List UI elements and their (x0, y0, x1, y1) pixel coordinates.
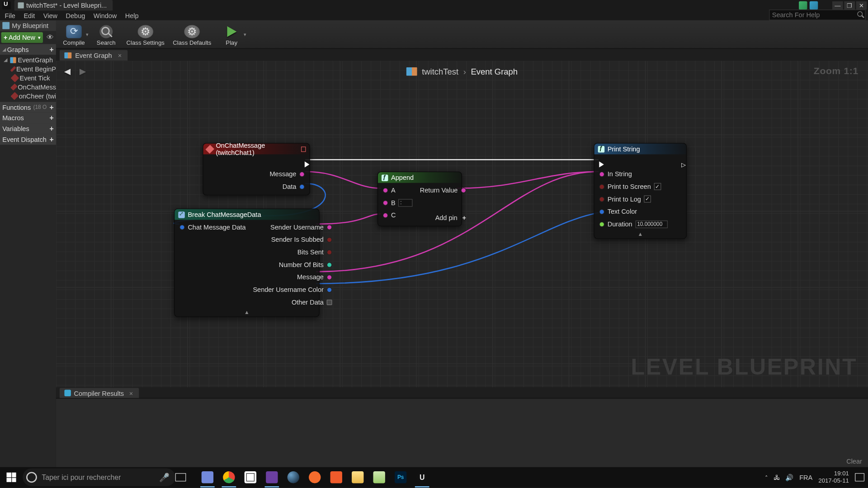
menu-help[interactable]: Help (125, 12, 139, 19)
taskbar-app-visualstudio[interactable] (261, 467, 283, 488)
node-append[interactable]: Append A B C Return Value Add pin+ (377, 172, 462, 226)
close-icon[interactable]: × (129, 389, 133, 397)
clear-button[interactable]: Clear (846, 458, 862, 465)
section-variables[interactable]: Variables + (0, 123, 56, 134)
collapse-node-button[interactable]: ▲ (594, 231, 686, 239)
graph-tab-eventgraph[interactable]: Event Graph × (60, 50, 128, 61)
pin-bits-sent[interactable]: Bits Sent (253, 247, 332, 257)
taskbar-app-photoshop[interactable]: Ps (390, 467, 411, 488)
taskbar-app-notepad[interactable] (368, 467, 390, 488)
graph-item[interactable]: OnChatMess (1, 82, 56, 91)
taskbar-app-chrome[interactable] (218, 467, 240, 488)
pin-a[interactable]: A (383, 185, 413, 195)
task-view-button[interactable] (175, 473, 194, 481)
pin-return-value[interactable]: Return Value (420, 185, 466, 195)
section-dispatchers[interactable]: Event Dispatch + (0, 134, 56, 145)
help-search-input[interactable] (769, 11, 857, 19)
taskbar-search[interactable]: Taper ici pour rechercher 🎤 (23, 468, 175, 486)
graph-item[interactable]: Event Tick (1, 73, 56, 82)
pin-sender-username-color[interactable]: Sender Username Color (253, 285, 332, 294)
add-graph-button[interactable]: + (49, 45, 53, 53)
class-settings-button[interactable]: Class Settings (123, 21, 168, 47)
taskbar-app-steam[interactable] (283, 467, 304, 488)
graph-item[interactable]: Event BeginP (1, 64, 56, 73)
tray-network-icon[interactable]: 🖧 (774, 474, 780, 481)
start-button[interactable] (0, 467, 23, 488)
graph-canvas[interactable]: ◄ ► twitchTest › Event Graph Zoom 1:1 LE… (56, 61, 868, 388)
add-new-button[interactable]: + Add New ▾ (1, 32, 43, 43)
pin-chat-message-data[interactable]: Chat Message Data (179, 222, 246, 232)
add-macro-button[interactable]: + (49, 114, 53, 122)
pin-text-color[interactable]: Text Color (599, 207, 667, 216)
window-tab[interactable]: twitchTest* - Level Bluepri... (14, 0, 113, 11)
menu-file[interactable]: File (5, 12, 15, 19)
pin-data[interactable]: Data (270, 182, 305, 191)
window-close-button[interactable]: ✕ (856, 1, 867, 9)
tray-language[interactable]: FRA (799, 474, 812, 481)
source-control-icon[interactable] (799, 1, 807, 9)
exec-out-pin[interactable] (270, 157, 305, 166)
window-restore-button[interactable]: ❐ (844, 1, 855, 9)
pin-print-to-log[interactable]: Print to Log✓ (599, 194, 667, 204)
pin-sender-username[interactable]: Sender Username (253, 222, 332, 232)
breadcrumb-root[interactable]: twitchTest (422, 67, 458, 76)
tray-volume-icon[interactable]: 🔊 (785, 474, 793, 481)
pin-message[interactable]: Message (270, 169, 305, 179)
add-pin-button[interactable]: Add pin+ (420, 213, 466, 222)
exec-in-pin[interactable] (599, 157, 667, 166)
menu-debug[interactable]: Debug (66, 12, 85, 19)
taskbar-app-anydesk[interactable] (326, 467, 347, 488)
nav-back-button[interactable]: ◄ (62, 66, 73, 78)
graph-root[interactable]: ◢ EventGraph (1, 56, 56, 65)
class-defaults-button[interactable]: Class Defaults (169, 21, 215, 47)
play-button[interactable]: Play ▾ (216, 21, 247, 47)
node-print-string[interactable]: Print String In String Print to Screen✓ … (594, 143, 687, 239)
tray-clock[interactable]: 19:01 2017-05-11 (818, 470, 849, 484)
graph-item[interactable]: onCheer (twi (1, 91, 56, 100)
taskbar-app-origin[interactable] (304, 467, 326, 488)
pin-duration[interactable]: Duration (599, 219, 667, 229)
menu-edit[interactable]: Edit (24, 12, 35, 19)
pin-sender-is-subbed[interactable]: Sender Is Subbed (253, 235, 332, 244)
pin-number-of-bits[interactable]: Number Of Bits (253, 260, 332, 269)
search-button[interactable]: Search (90, 21, 122, 47)
section-graphs[interactable]: ◢ Graphs + (0, 44, 56, 55)
view-options-button[interactable]: 👁 (45, 33, 55, 42)
add-function-button[interactable]: + (49, 103, 53, 111)
add-variable-button[interactable]: + (49, 125, 53, 133)
action-center-icon[interactable] (855, 473, 864, 481)
taskbar-app-unreal[interactable]: U (411, 467, 433, 488)
taskbar-app-explorer[interactable] (347, 467, 368, 488)
close-icon[interactable]: × (118, 52, 122, 59)
menu-view[interactable]: View (43, 12, 57, 19)
window-minimize-button[interactable]: — (832, 1, 843, 9)
taskbar-app-discord[interactable] (197, 467, 218, 488)
compiler-results-tab[interactable]: Compiler Results × (60, 388, 139, 398)
chevron-down-icon[interactable]: ▾ (86, 32, 88, 37)
pin-b-literal[interactable] (398, 199, 413, 206)
menu-window[interactable]: Window (94, 12, 117, 19)
tray-overflow-button[interactable]: ˄ (765, 474, 768, 481)
taskbar-app-mail[interactable] (240, 467, 261, 488)
delegate-pin-icon[interactable] (301, 146, 306, 152)
breadcrumb-leaf[interactable]: Event Graph (471, 67, 518, 76)
section-macros[interactable]: Macros + (0, 113, 56, 123)
compile-button[interactable]: Compile ▾ (58, 21, 90, 47)
expand-node-button[interactable]: ▲ (175, 309, 319, 316)
help-search[interactable] (769, 9, 866, 20)
pin-print-to-screen[interactable]: Print to Screen✓ (599, 182, 667, 191)
duration-input[interactable] (635, 220, 667, 228)
node-onchatmessage[interactable]: OnChatMessage (twitchChat1) Message Data (203, 143, 310, 195)
pin-c[interactable]: C (383, 211, 413, 220)
microphone-icon[interactable]: 🎤 (159, 473, 169, 482)
chevron-down-icon[interactable]: ▾ (244, 32, 246, 37)
my-blueprint-tab[interactable]: My Blueprint (0, 20, 56, 31)
node-break-chatmessagedata[interactable]: Break ChatMessageData Chat Message Data … (174, 209, 320, 317)
pin-in-string[interactable]: In String (599, 169, 667, 179)
pin-b[interactable]: B (383, 198, 413, 207)
checkbox[interactable]: ✓ (644, 196, 651, 203)
add-dispatcher-button[interactable]: + (49, 135, 53, 143)
pin-message-out[interactable]: Message (253, 272, 332, 282)
pin-other-data[interactable]: Other Data (253, 297, 332, 307)
section-functions[interactable]: Functions (18 O + (0, 102, 56, 113)
